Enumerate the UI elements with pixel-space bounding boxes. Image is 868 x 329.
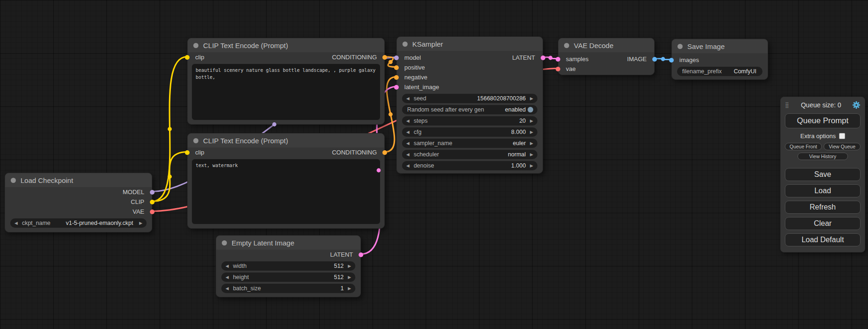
- slot-row: positive: [397, 63, 543, 72]
- view-queue-button[interactable]: View Queue: [824, 143, 861, 150]
- slot-row: LATENT: [216, 250, 360, 259]
- collapse-dot-icon[interactable]: [222, 240, 227, 245]
- node-title-bar[interactable]: Load Checkpoint: [5, 173, 152, 187]
- arrow-right-icon[interactable]: ▶: [530, 119, 533, 123]
- arrow-right-icon[interactable]: ▶: [530, 97, 533, 101]
- widget-filename-prefix[interactable]: filename_prefix ComfyUI: [677, 67, 762, 76]
- input-slot-latent-image[interactable]: [394, 85, 399, 90]
- input-label-negative: negative: [404, 74, 427, 81]
- arrow-left-icon[interactable]: ◀: [226, 275, 229, 280]
- prompt-textarea[interactable]: text, watermark: [192, 159, 380, 224]
- node-clip-text-encode-positive: CLIP Text Encode (Prompt) clip CONDITION…: [187, 38, 385, 125]
- view-history-button[interactable]: View History: [797, 153, 848, 160]
- widget-denoise[interactable]: ◀ denoise 1.000 ▶: [402, 161, 537, 170]
- input-slot-model[interactable]: [394, 56, 399, 60]
- widget-random-seed-toggle[interactable]: Random seed after every gen enabled: [402, 105, 537, 114]
- widget-value: 1: [340, 285, 344, 292]
- input-label-vae: vae: [566, 65, 576, 72]
- menu-header: ⣿ Queue size: 0: [785, 101, 861, 109]
- arrow-right-icon[interactable]: ▶: [348, 287, 351, 291]
- seed-toggle-icon[interactable]: [528, 107, 533, 112]
- output-label-conditioning: CONDITIONING: [332, 149, 377, 156]
- collapse-dot-icon[interactable]: [677, 44, 683, 49]
- output-slot-vae[interactable]: [150, 210, 155, 214]
- input-slot-negative[interactable]: [394, 75, 399, 80]
- arrow-left-icon[interactable]: ◀: [226, 287, 229, 291]
- slot-row: vae: [558, 64, 654, 74]
- output-slot-latent[interactable]: [359, 252, 363, 257]
- node-title-bar[interactable]: Empty Latent Image: [216, 236, 360, 250]
- collapse-dot-icon[interactable]: [402, 42, 408, 47]
- arrow-right-icon[interactable]: ▶: [348, 275, 351, 280]
- prompt-textarea[interactable]: beautiful scenery nature glass bottle la…: [192, 64, 380, 120]
- input-slot-clip[interactable]: [185, 150, 190, 155]
- output-slot-model[interactable]: [150, 190, 155, 195]
- node-title-bar[interactable]: CLIP Text Encode (Prompt): [188, 133, 384, 147]
- slot-row: clip CONDITIONING: [188, 52, 384, 62]
- widget-value: 156680208700286: [477, 95, 526, 102]
- arrow-right-icon[interactable]: ▶: [139, 221, 142, 225]
- collapse-dot-icon[interactable]: [11, 178, 16, 183]
- arrow-right-icon[interactable]: ▶: [530, 164, 533, 168]
- output-slot-conditioning[interactable]: [382, 55, 387, 60]
- output-slot-latent[interactable]: [541, 56, 545, 60]
- drag-handle-icon[interactable]: ⣿: [785, 102, 789, 108]
- extra-options-label: Extra options: [800, 133, 836, 140]
- widget-value: ComfyUI: [734, 68, 756, 75]
- refresh-button[interactable]: Refresh: [785, 201, 861, 214]
- widget-width[interactable]: ◀ width 512 ▶: [221, 261, 355, 271]
- arrow-left-icon[interactable]: ◀: [226, 264, 229, 268]
- widget-sampler-name[interactable]: ◀ sampler_name euler ▶: [402, 139, 537, 148]
- save-button[interactable]: Save: [785, 168, 861, 181]
- arrow-left-icon[interactable]: ◀: [14, 221, 18, 225]
- node-title-bar[interactable]: VAE Decode: [558, 38, 654, 52]
- load-default-button[interactable]: Load Default: [785, 233, 861, 246]
- arrow-left-icon[interactable]: ◀: [406, 141, 409, 146]
- arrow-right-icon[interactable]: ▶: [348, 264, 351, 268]
- widget-label: ckpt_name: [22, 220, 50, 226]
- widget-label: batch_size: [233, 285, 261, 292]
- input-slot-samples[interactable]: [556, 57, 560, 62]
- widget-height[interactable]: ◀ height 512 ▶: [221, 273, 355, 282]
- collapse-dot-icon[interactable]: [193, 43, 198, 48]
- input-slot-vae[interactable]: [556, 67, 560, 71]
- queue-front-button[interactable]: Queue Front: [785, 143, 822, 150]
- load-button[interactable]: Load: [785, 184, 861, 197]
- clear-button[interactable]: Clear: [785, 217, 861, 230]
- arrow-right-icon[interactable]: ▶: [530, 141, 533, 146]
- widget-label: sampler_name: [414, 140, 452, 147]
- widget-cfg[interactable]: ◀ cfg 8.000 ▶: [402, 127, 537, 137]
- collapse-dot-icon[interactable]: [564, 43, 569, 48]
- node-ksampler: KSampler model LATENT positive negative …: [396, 36, 543, 174]
- arrow-left-icon[interactable]: ◀: [406, 97, 409, 101]
- input-slot-images[interactable]: [669, 58, 674, 63]
- widget-value: 8.000: [511, 129, 526, 135]
- widget-value: 512: [334, 263, 344, 269]
- queue-size-label: Queue size: 0: [790, 101, 852, 109]
- widget-batch-size[interactable]: ◀ batch_size 1 ▶: [221, 284, 355, 293]
- input-slot-clip[interactable]: [185, 55, 190, 60]
- output-slot-conditioning[interactable]: [382, 150, 387, 155]
- collapse-dot-icon[interactable]: [193, 138, 198, 143]
- settings-gear-icon[interactable]: [852, 101, 861, 109]
- widget-steps[interactable]: ◀ steps 20 ▶: [402, 116, 537, 126]
- node-title-bar[interactable]: KSampler: [397, 37, 543, 51]
- node-title-bar[interactable]: Save Image: [672, 39, 768, 53]
- queue-prompt-button[interactable]: Queue Prompt: [785, 113, 861, 128]
- widget-seed[interactable]: ◀ seed 156680208700286 ▶: [402, 94, 537, 103]
- input-slot-positive[interactable]: [394, 65, 399, 70]
- widget-label: denoise: [414, 162, 434, 169]
- widget-scheduler[interactable]: ◀ scheduler normal ▶: [402, 150, 537, 159]
- slot-row: clip CONDITIONING: [188, 147, 384, 157]
- arrow-right-icon[interactable]: ▶: [530, 153, 533, 157]
- output-slot-clip[interactable]: [150, 200, 155, 204]
- extra-options-checkbox[interactable]: [839, 133, 845, 139]
- widget-ckpt-name[interactable]: ◀ ckpt_name v1-5-pruned-emaonly.ckpt ▶: [10, 218, 147, 228]
- output-slot-image[interactable]: [652, 57, 657, 62]
- arrow-left-icon[interactable]: ◀: [406, 119, 409, 123]
- arrow-left-icon[interactable]: ◀: [406, 164, 409, 168]
- arrow-left-icon[interactable]: ◀: [406, 153, 409, 157]
- arrow-left-icon[interactable]: ◀: [406, 130, 409, 134]
- arrow-right-icon[interactable]: ▶: [530, 130, 533, 134]
- node-title-bar[interactable]: CLIP Text Encode (Prompt): [188, 38, 384, 52]
